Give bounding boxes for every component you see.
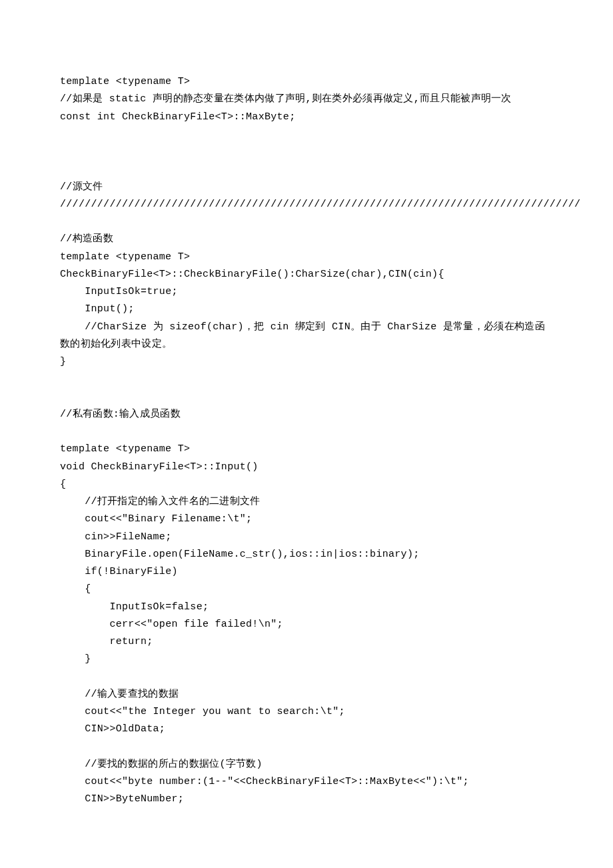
code-line: const int CheckBinaryFile<T>::MaxByte; bbox=[60, 109, 553, 126]
blank-line bbox=[60, 143, 553, 161]
code-line: //私有函数:输入成员函数 bbox=[60, 406, 553, 423]
blank-line bbox=[60, 126, 553, 143]
code-line: //输入要查找的数据 bbox=[60, 686, 553, 703]
code-line: { bbox=[60, 581, 553, 598]
code-line: } bbox=[60, 651, 553, 668]
blank-line bbox=[60, 213, 553, 231]
code-line: template <typename T> bbox=[60, 73, 553, 91]
blank-line bbox=[60, 739, 553, 756]
code-line: cerr<<"open file failed!\n"; bbox=[60, 616, 553, 633]
blank-line bbox=[60, 161, 553, 178]
code-line: template <typename T> bbox=[60, 441, 553, 458]
blank-line bbox=[60, 389, 553, 406]
code-line: template <typename T> bbox=[60, 249, 553, 266]
code-line: //构造函数 bbox=[60, 231, 553, 248]
code-line: //打开指定的输入文件名的二进制文件 bbox=[60, 493, 553, 511]
code-line: //源文件 bbox=[60, 179, 553, 196]
blank-line bbox=[60, 669, 553, 686]
code-line: return; bbox=[60, 633, 553, 651]
code-line: CheckBinaryFile<T>::CheckBinaryFile():Ch… bbox=[60, 266, 553, 283]
code-line: //CharSize 为 sizeof(char)，把 cin 绑定到 CIN。… bbox=[60, 319, 553, 354]
code-line: cin>>FileName; bbox=[60, 529, 553, 546]
code-line: cout<<"the Integer you want to search:\t… bbox=[60, 703, 553, 721]
code-block: template <typename T>//如果是 static 声明的静态变… bbox=[60, 73, 553, 809]
code-line: } bbox=[60, 353, 553, 371]
code-line: InputIsOk=false; bbox=[60, 599, 553, 616]
code-line: { bbox=[60, 476, 553, 493]
blank-line bbox=[60, 371, 553, 388]
code-line: cout<<"byte number:(1--"<<CheckBinaryFil… bbox=[60, 773, 553, 791]
code-line: CIN>>OldData; bbox=[60, 721, 553, 738]
code-line: ////////////////////////////////////////… bbox=[60, 196, 553, 213]
code-line: if(!BinaryFile) bbox=[60, 563, 553, 581]
document-page: template <typename T>//如果是 static 声明的静态变… bbox=[0, 0, 613, 868]
code-line: cout<<"Binary Filename:\t"; bbox=[60, 511, 553, 528]
code-line: CIN>>ByteNumber; bbox=[60, 791, 553, 808]
code-line: Input(); bbox=[60, 301, 553, 318]
code-line: //如果是 static 声明的静态变量在类体内做了声明,则在类外必须再做定义,… bbox=[60, 91, 553, 108]
blank-line bbox=[60, 423, 553, 441]
code-line: //要找的数据的所占的数据位(字节数) bbox=[60, 756, 553, 773]
code-line: BinaryFile.open(FileName.c_str(),ios::in… bbox=[60, 546, 553, 563]
code-line: void CheckBinaryFile<T>::Input() bbox=[60, 459, 553, 476]
code-line: InputIsOk=true; bbox=[60, 283, 553, 301]
